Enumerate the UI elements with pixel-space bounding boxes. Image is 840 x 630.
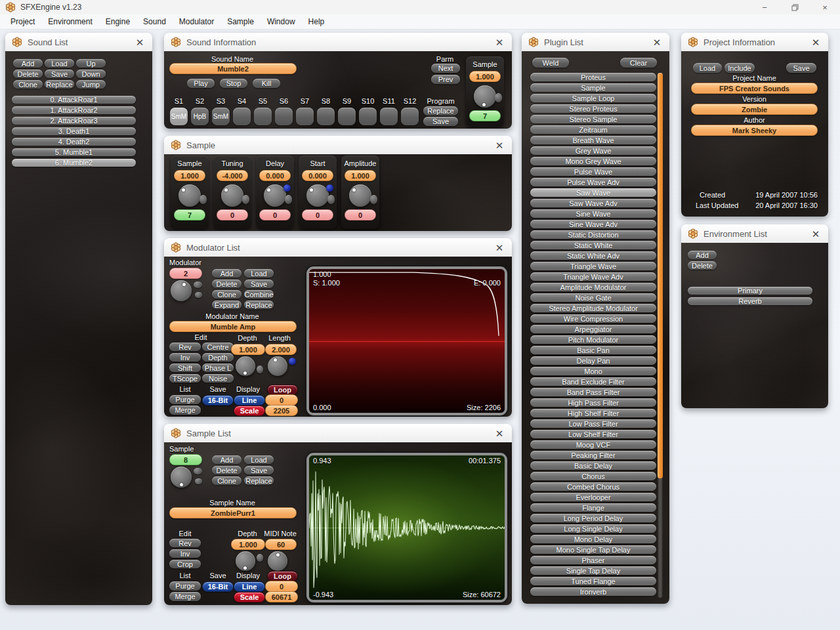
plugin-list-item[interactable]: Saw Wave (530, 188, 656, 197)
modulator-edit-button[interactable]: Centre (202, 343, 234, 351)
plugin-list-item[interactable]: Pitch Modulator (530, 335, 656, 344)
modulator-action-button[interactable]: Combine (244, 290, 274, 299)
knob-pip[interactable] (195, 478, 202, 484)
midi-note-value[interactable]: 60 (265, 539, 297, 550)
modulator-edit-button[interactable]: Shift (169, 364, 201, 372)
loop-start-value[interactable]: 0 (265, 394, 298, 406)
save-button[interactable]: Save (786, 63, 816, 73)
knob-value[interactable]: 1.000 (469, 71, 501, 82)
plugin-list-item[interactable]: Zeitraum (530, 125, 656, 134)
close-icon[interactable]: ✕ (134, 37, 146, 47)
plugin-list-item[interactable]: High Pass Filter (530, 398, 656, 407)
plugin-list-item[interactable]: Triangle Wave (530, 262, 656, 270)
plugin-list-item[interactable]: Saw Wave Adv (530, 199, 656, 207)
program-button[interactable]: Replace (423, 106, 458, 116)
sound-list-item[interactable]: 6. Mumble2 (12, 159, 136, 167)
depth-knob[interactable] (236, 551, 255, 571)
menu-item[interactable]: Project (4, 17, 41, 26)
sample-action-button[interactable]: Clone (212, 476, 242, 485)
plugin-list-item[interactable]: Low Pass Filter (530, 419, 656, 428)
loop-button[interactable]: Loop (267, 385, 298, 395)
modulator-action-button[interactable]: Add (212, 269, 242, 278)
knob-pip[interactable] (195, 292, 202, 298)
plugin-list-item[interactable]: Mono (530, 367, 656, 375)
plugin-list-item[interactable]: Static White Adv (530, 251, 656, 260)
menu-item[interactable]: Sound (136, 17, 173, 26)
plugin-list-item[interactable]: Peaking Filter (530, 451, 656, 459)
program-button[interactable]: Save (423, 117, 458, 126)
loop-end-value[interactable]: 60671 (265, 591, 298, 602)
sound-list-button[interactable]: Load (45, 59, 74, 68)
knob-pip[interactable] (194, 468, 202, 474)
bit-depth-button[interactable]: 16-Bit (202, 395, 234, 406)
project-field-value[interactable]: Zombie (691, 104, 818, 115)
weld-button[interactable]: Weld (532, 58, 569, 68)
modulator-index-value[interactable]: 2 (169, 268, 202, 279)
project-field-value[interactable]: FPS Creator Sounds (691, 83, 818, 94)
load-button[interactable]: Load (693, 63, 722, 73)
plugin-list-item[interactable]: Sample (530, 83, 656, 92)
plugin-list-item[interactable]: Stereo Proteus (530, 104, 656, 113)
knob-index[interactable]: 0 (302, 209, 333, 220)
knob-index[interactable]: 0 (217, 209, 248, 220)
slot-button[interactable]: SmM (170, 108, 188, 125)
plugin-list-item[interactable]: Basic Pan (530, 346, 656, 354)
slot-button[interactable]: SmM (212, 108, 230, 125)
sample-action-button[interactable]: Delete (212, 466, 242, 474)
close-icon[interactable]: ✕ (651, 37, 663, 47)
knob-pip[interactable] (242, 195, 249, 204)
plugin-list-item[interactable]: Ironverb (530, 587, 656, 596)
environment-button[interactable]: Delete (688, 261, 717, 270)
knob-pip[interactable] (194, 282, 202, 288)
sound-list-item[interactable]: 0. AttackRoar1 (12, 96, 136, 104)
knob-index[interactable]: 7 (469, 110, 501, 121)
plugin-list-item[interactable]: Combed Chorus (530, 482, 656, 491)
window-titlebar[interactable]: SFXEngine v1.23 − × (0, 0, 840, 14)
plugin-list-item[interactable]: Long Single Delay (530, 524, 656, 533)
plugin-list-item[interactable]: High Shelf Filter (530, 409, 656, 417)
plugin-list-item[interactable]: Sine Wave (530, 209, 656, 218)
plugin-list-item[interactable]: Long Period Delay (530, 514, 656, 522)
purge-button[interactable]: Purge (169, 395, 201, 404)
project-field-value[interactable]: Mark Sheeky (691, 125, 818, 136)
sample-index-knob[interactable] (171, 467, 192, 488)
sound-list-button[interactable]: Down (76, 70, 106, 78)
panel-titlebar[interactable]: Plugin List ✕ (522, 33, 669, 51)
modulator-edit-button[interactable]: Inv (169, 353, 201, 362)
parm-next-button[interactable]: Next (431, 64, 460, 73)
purge-button[interactable]: Purge (169, 581, 201, 591)
modulator-action-button[interactable]: Save (244, 280, 274, 288)
parm-prev-button[interactable]: Prev (431, 75, 460, 84)
panel-titlebar[interactable]: Project Information ✕ (681, 33, 828, 51)
close-icon[interactable]: ✕ (494, 243, 505, 253)
transport-button[interactable]: Play (187, 79, 215, 88)
plugin-list-item[interactable]: Pulse Wave (530, 167, 656, 176)
loop-button[interactable]: Loop (267, 571, 298, 581)
sound-list-button[interactable]: Up (76, 59, 106, 68)
plugin-list-item[interactable]: Wire Compression (530, 314, 656, 323)
knob-pip[interactable] (200, 195, 207, 204)
slot-button[interactable] (317, 108, 335, 125)
panel-titlebar[interactable]: Sample List ✕ (164, 424, 512, 442)
menu-item[interactable]: Environment (41, 17, 98, 26)
close-icon[interactable]: ✕ (494, 37, 505, 47)
sample-edit-button[interactable]: Inv (169, 549, 201, 558)
loop-start-value[interactable]: 0 (265, 581, 298, 592)
slot-button[interactable] (275, 108, 293, 125)
plugin-list-item[interactable]: Single Tap Delay (530, 566, 656, 575)
plugin-list-item[interactable]: Mono Grey Wave (530, 157, 656, 165)
sound-list-button[interactable]: Jump (76, 80, 106, 89)
panel-titlebar[interactable]: Sound List ✕ (5, 33, 152, 51)
minimize-icon[interactable]: − (749, 0, 780, 14)
modulator-edit-button[interactable]: Phase L (202, 364, 234, 372)
menu-item[interactable]: Sample (220, 17, 261, 26)
merge-button[interactable]: Merge (169, 592, 201, 601)
transport-button[interactable]: Kill (253, 79, 280, 88)
slot-button[interactable] (401, 108, 419, 125)
sound-list-button[interactable]: Replace (45, 80, 74, 89)
plugin-list-item[interactable]: Breath Wave (530, 136, 656, 144)
sound-list-button[interactable]: Save (45, 70, 74, 78)
environment-button[interactable]: Add (688, 251, 717, 259)
modulator-action-button[interactable]: Clone (212, 290, 242, 299)
modulator-edit-button[interactable]: Rev (169, 343, 201, 351)
